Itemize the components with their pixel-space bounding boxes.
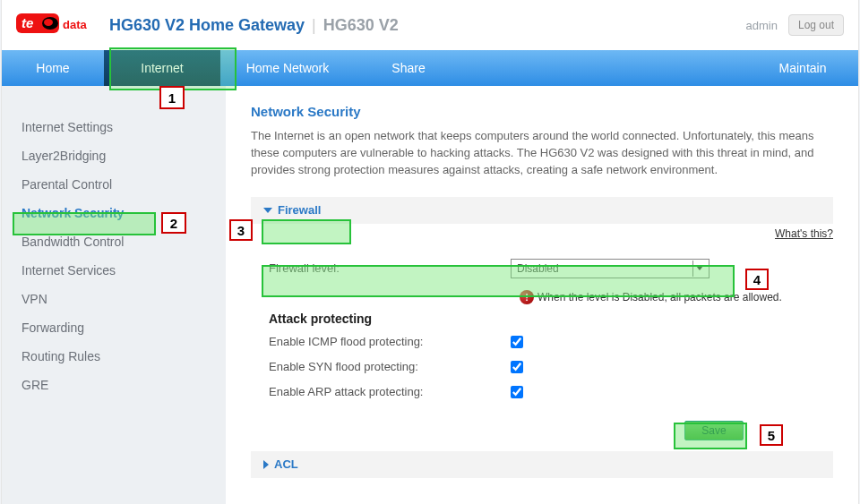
- alert-icon: !: [520, 290, 534, 304]
- section-acl[interactable]: ACL: [251, 451, 833, 478]
- chevron-right-icon: [263, 460, 269, 469]
- main-nav: Home Internet Home Network Share Maintai…: [2, 50, 858, 86]
- product-title: HG630 V2 Home Gateway: [109, 16, 305, 35]
- brand-logo: te data: [16, 10, 97, 40]
- section-firewall[interactable]: Firewall: [251, 197, 833, 224]
- firewall-warning-text: When the level is Disabled, all packets …: [538, 291, 782, 303]
- section-acl-label: ACL: [274, 457, 298, 471]
- syn-label: Enable SYN flood protecting:: [269, 360, 511, 373]
- nav-internet[interactable]: Internet: [104, 50, 220, 86]
- arp-checkbox[interactable]: [511, 386, 523, 398]
- icmp-checkbox[interactable]: [511, 336, 523, 348]
- nav-home[interactable]: Home: [2, 50, 104, 86]
- current-user: admin: [746, 19, 778, 32]
- arp-label: Enable ARP attack protecting:: [269, 385, 511, 398]
- chevron-down-icon: [263, 208, 272, 213]
- intro-text: The Internet is an open network that kee…: [251, 128, 833, 179]
- nav-home-network[interactable]: Home Network: [220, 50, 355, 86]
- sidebar-item-forwarding[interactable]: Forwarding: [2, 313, 226, 342]
- save-button[interactable]: Save: [684, 421, 744, 440]
- sidebar-item-layer2bridging[interactable]: Layer2Bridging: [2, 141, 226, 170]
- nav-share[interactable]: Share: [355, 50, 462, 86]
- svg-text:te: te: [22, 15, 33, 30]
- firewall-level-label: Firewall level:: [269, 261, 511, 275]
- logout-button[interactable]: Log out: [788, 14, 844, 36]
- icmp-row: Enable ICMP flood protecting:: [251, 329, 833, 355]
- arp-row: Enable ARP attack protecting:: [251, 380, 833, 405]
- sidebar-item-internet-services[interactable]: Internet Services: [2, 256, 226, 285]
- firewall-level-row: Firewall level: Disabled: [251, 251, 833, 286]
- attack-protecting-heading: Attack protecting: [251, 312, 833, 326]
- section-firewall-label: Firewall: [278, 203, 321, 217]
- sidebar-item-internet-settings[interactable]: Internet Settings: [2, 113, 226, 141]
- main-panel: Network Security The Internet is an open…: [226, 86, 858, 504]
- header: te data HG630 V2 Home Gateway | HG630 V2…: [2, 0, 858, 50]
- firewall-warning: ! When the level is Disabled, all packet…: [251, 290, 833, 304]
- syn-checkbox[interactable]: [511, 361, 523, 373]
- sidebar-item-network-security[interactable]: Network Security: [2, 199, 226, 227]
- page-heading: Network Security: [251, 104, 833, 119]
- select-caret-icon: [692, 261, 705, 277]
- syn-row: Enable SYN flood protecting:: [251, 355, 833, 380]
- sidebar-item-routing-rules[interactable]: Routing Rules: [2, 342, 226, 371]
- svg-text:data: data: [63, 18, 88, 31]
- whats-this-link[interactable]: What's this?: [251, 227, 833, 240]
- sidebar-item-bandwidth-control[interactable]: Bandwidth Control: [2, 227, 226, 256]
- firewall-level-select[interactable]: Disabled: [511, 259, 710, 278]
- icmp-label: Enable ICMP flood protecting:: [269, 335, 511, 348]
- svg-point-3: [44, 19, 53, 26]
- sidebar-item-gre[interactable]: GRE: [2, 371, 226, 399]
- sidebar: Internet Settings Layer2Bridging Parenta…: [2, 86, 226, 504]
- nav-maintain[interactable]: Maintain: [747, 50, 858, 86]
- firewall-level-value: Disabled: [517, 262, 559, 275]
- product-model: HG630 V2: [323, 16, 399, 35]
- sidebar-item-parental-control[interactable]: Parental Control: [2, 170, 226, 199]
- title-separator: |: [312, 16, 316, 35]
- sidebar-item-vpn[interactable]: VPN: [2, 285, 226, 313]
